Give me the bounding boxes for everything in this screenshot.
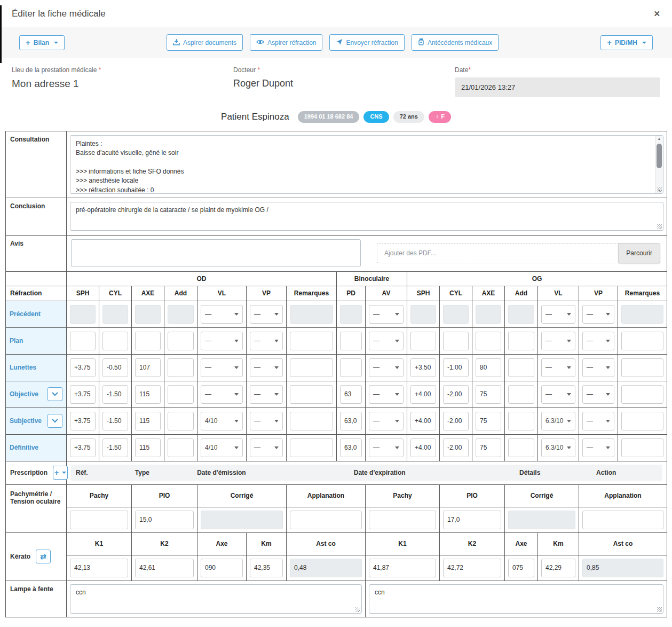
avis-textarea[interactable]: [71, 239, 361, 267]
og-sph-input[interactable]: [410, 385, 436, 404]
add-prescription-button[interactable]: +: [53, 466, 68, 480]
docteur-value[interactable]: Roger Dupont: [233, 78, 455, 89]
od-vp-select[interactable]: —: [250, 438, 283, 457]
og-axe-input[interactable]: [476, 332, 501, 350]
od-vl-select[interactable]: —: [201, 332, 243, 350]
od-vl-select[interactable]: 4/10: [201, 412, 243, 430]
og-cyl-input[interactable]: [443, 412, 469, 430]
bilan-button[interactable]: + Bilan: [19, 35, 65, 50]
pd-input[interactable]: [340, 438, 362, 457]
pd-input[interactable]: [340, 358, 362, 377]
aspirer-refraction-button[interactable]: Aspirer réfraction: [250, 34, 322, 51]
od-vl-select[interactable]: —: [201, 385, 243, 404]
og-vl-select[interactable]: —: [541, 332, 575, 350]
od-add-input[interactable]: [168, 358, 194, 377]
pd-input[interactable]: [340, 332, 362, 350]
av-select[interactable]: —: [369, 358, 404, 377]
og-sph-input[interactable]: [410, 332, 436, 350]
pid-mh-button[interactable]: + PID/MH: [600, 35, 653, 50]
og-sph-input[interactable]: [410, 358, 436, 377]
resize-grip-icon[interactable]: [355, 607, 360, 612]
lampe-og-textarea[interactable]: ccn: [369, 584, 663, 614]
av-select[interactable]: —: [369, 385, 404, 404]
applanation-og-input[interactable]: [582, 511, 663, 529]
resize-grip-icon[interactable]: [657, 607, 662, 612]
resize-grip-icon[interactable]: [657, 187, 662, 192]
og-cyl-input[interactable]: [443, 358, 469, 377]
od-remarques-input[interactable]: [290, 332, 333, 350]
aspirer-documents-button[interactable]: Aspirer documents: [167, 34, 243, 51]
od-remarques-input[interactable]: [290, 358, 333, 377]
conclusion-textarea[interactable]: pré-opératoire chirurgie de la cataracte…: [70, 202, 663, 231]
od-sph-input[interactable]: [70, 412, 96, 430]
envoyer-refraction-button[interactable]: Envoyer réfraction: [329, 34, 404, 51]
og-axe-input[interactable]: [476, 412, 501, 430]
av-select[interactable]: —: [369, 412, 404, 430]
od-axe-input[interactable]: [135, 438, 161, 457]
od-remarques-input[interactable]: [290, 305, 333, 324]
og-axe-input[interactable]: [476, 305, 501, 324]
od-add-input[interactable]: [168, 412, 194, 430]
av-select[interactable]: —: [369, 332, 404, 350]
pd-input[interactable]: [340, 412, 362, 430]
k1-og-input[interactable]: [369, 559, 436, 577]
axe-od-input[interactable]: [201, 559, 243, 577]
og-remarques-input[interactable]: [621, 358, 663, 377]
pdf-upload-input[interactable]: Ajouter des PDF...: [377, 243, 620, 263]
og-cyl-input[interactable]: [443, 438, 469, 457]
k2-od-input[interactable]: [135, 559, 194, 577]
applanation-od-input[interactable]: [290, 511, 362, 529]
pachy-od-input[interactable]: [70, 511, 128, 529]
scroll-up-icon[interactable]: ▲: [658, 137, 661, 140]
og-sph-input[interactable]: [410, 438, 436, 457]
og-add-input[interactable]: [508, 332, 534, 350]
od-vp-select[interactable]: —: [250, 385, 283, 404]
og-add-input[interactable]: [508, 438, 534, 457]
od-remarques-input[interactable]: [290, 385, 333, 404]
od-sph-input[interactable]: [70, 332, 96, 350]
pd-input[interactable]: [340, 385, 362, 404]
og-remarques-input[interactable]: [621, 438, 663, 457]
og-vp-select[interactable]: —: [582, 438, 614, 457]
scrollbar-thumb[interactable]: [657, 144, 662, 168]
od-vl-select[interactable]: —: [201, 358, 243, 377]
od-vp-select[interactable]: —: [250, 412, 283, 430]
og-axe-input[interactable]: [476, 438, 501, 457]
pio-og-input[interactable]: [443, 511, 501, 529]
og-add-input[interactable]: [508, 305, 534, 324]
od-sph-input[interactable]: [70, 305, 96, 324]
astco-og-input[interactable]: [582, 559, 663, 577]
og-add-input[interactable]: [508, 385, 534, 404]
og-vl-select[interactable]: —: [541, 358, 575, 377]
od-vp-select[interactable]: —: [250, 358, 283, 377]
od-cyl-input[interactable]: [102, 385, 128, 404]
og-remarques-input[interactable]: [621, 305, 663, 324]
km-od-input[interactable]: [250, 559, 283, 577]
og-add-input[interactable]: [508, 412, 534, 430]
og-vp-select[interactable]: —: [582, 385, 614, 404]
od-axe-input[interactable]: [135, 385, 161, 404]
od-cyl-input[interactable]: [102, 358, 128, 377]
od-add-input[interactable]: [168, 385, 194, 404]
og-cyl-input[interactable]: [443, 305, 469, 324]
expand-subjective-button[interactable]: [48, 414, 62, 428]
od-add-input[interactable]: [168, 305, 194, 324]
corrige-od-input[interactable]: [201, 511, 283, 529]
od-axe-input[interactable]: [135, 332, 161, 350]
expand-objective-button[interactable]: [48, 387, 62, 401]
resize-grip-icon[interactable]: [657, 224, 662, 229]
og-sph-input[interactable]: [410, 412, 436, 430]
od-vl-select[interactable]: 4/10: [201, 438, 243, 457]
close-icon[interactable]: ✕: [653, 9, 660, 19]
og-cyl-input[interactable]: [443, 385, 469, 404]
og-vl-select[interactable]: —: [541, 305, 575, 324]
lampe-od-textarea[interactable]: ccn: [70, 584, 362, 614]
od-remarques-input[interactable]: [290, 412, 333, 430]
od-remarques-input[interactable]: [290, 438, 333, 457]
od-add-input[interactable]: [168, 332, 194, 350]
od-sph-input[interactable]: [70, 385, 96, 404]
od-vp-select[interactable]: —: [250, 332, 283, 350]
pachy-og-input[interactable]: [369, 511, 436, 529]
od-add-input[interactable]: [168, 438, 194, 457]
od-sph-input[interactable]: [70, 358, 96, 377]
